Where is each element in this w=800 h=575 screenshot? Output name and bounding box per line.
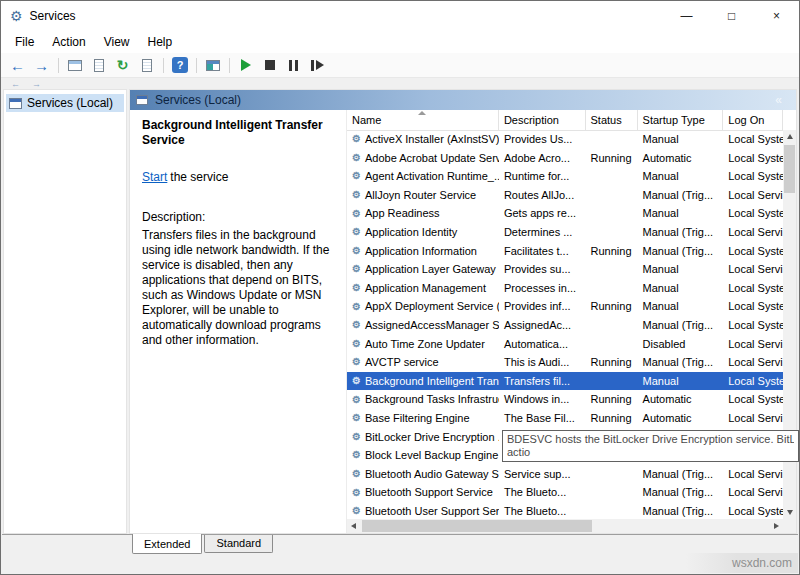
collapse-chevron-icon[interactable]: « (775, 93, 782, 107)
cell-status (586, 167, 638, 186)
table-row[interactable]: ⚙AssignedAccessManager Se...AssignedAc..… (347, 316, 783, 335)
column-header-name[interactable]: Name (347, 110, 499, 130)
cell-name: ⚙Application Information (347, 242, 499, 261)
service-gear-icon: ⚙ (352, 506, 361, 516)
vertical-scroll-thumb[interactable] (784, 145, 795, 193)
scroll-left-icon[interactable] (347, 519, 360, 533)
service-gear-icon: ⚙ (352, 469, 361, 479)
maximize-button[interactable]: □ (709, 1, 754, 31)
service-detail-title: Background Intelligent Transfer Service (142, 118, 336, 148)
service-name: Auto Time Zone Updater (365, 335, 485, 354)
tab-extended[interactable]: Extended (132, 534, 202, 554)
tooltip: BDESVC hosts the BitLocker Drive Encrypt… (502, 430, 799, 462)
cell-name: ⚙AssignedAccessManager Se... (347, 316, 499, 335)
cell-description: Windows in... (499, 390, 586, 409)
scroll-right-icon[interactable] (770, 519, 783, 533)
cell-startup-type: Manual (638, 167, 724, 186)
cell-status (586, 204, 638, 223)
column-header-startup-type[interactable]: Startup Type (638, 110, 724, 130)
cell-description: Facilitates t... (499, 242, 586, 261)
properties-icon[interactable] (87, 55, 110, 75)
table-row[interactable]: ⚙AVCTP serviceThis is Audi...RunningManu… (347, 353, 783, 372)
service-name: Block Level Backup Engine ... (365, 446, 499, 465)
cell-startup-type: Manual (Trig... (638, 502, 724, 519)
cell-log-on: Local Syste... (723, 167, 783, 186)
table-row[interactable]: ⚙Application Layer Gateway ...Provides s… (347, 260, 783, 279)
refresh-icon[interactable]: ↻ (111, 55, 134, 75)
menu-view[interactable]: View (95, 33, 139, 51)
sort-ascending-icon (418, 111, 426, 115)
help-icon[interactable]: ? (172, 57, 188, 73)
cell-log-on: Local Syste... (723, 279, 783, 298)
table-row[interactable]: ⚙Application IdentityDetermines ...Manua… (347, 223, 783, 242)
horizontal-scroll-thumb[interactable] (362, 520, 592, 532)
cell-name: ⚙AppX Deployment Service (... (347, 297, 499, 316)
table-row[interactable]: ⚙Auto Time Zone UpdaterAutomatica...Disa… (347, 335, 783, 354)
scroll-down-icon[interactable] (783, 506, 796, 519)
show-console-tree-icon[interactable] (63, 55, 86, 75)
table-row[interactable]: ⚙Bluetooth Audio Gateway S...Service sup… (347, 465, 783, 484)
back-icon[interactable]: ← (6, 55, 29, 75)
cell-description: Service sup... (499, 465, 586, 484)
table-row[interactable]: ⚙Base Filtering EngineThe Base Fil...Run… (347, 409, 783, 428)
table-row[interactable]: ⚙Background Intelligent Tran...Transfers… (347, 372, 783, 391)
column-header-log-on[interactable]: Log On (723, 110, 783, 130)
menu-help[interactable]: Help (139, 33, 182, 51)
scroll-up-icon[interactable] (783, 130, 796, 143)
table-row[interactable]: ⚙Bluetooth Support ServiceThe Blueto...M… (347, 483, 783, 502)
service-gear-icon: ⚙ (352, 395, 361, 405)
description-text: Transfers files in the background using … (142, 228, 336, 348)
band-forward-icon[interactable]: → (32, 80, 41, 89)
table-row[interactable]: ⚙Bluetooth User Support Ser...The Blueto… (347, 502, 783, 519)
column-header-label: Log On (728, 114, 764, 126)
cell-status (586, 483, 638, 502)
menu-file[interactable]: File (6, 33, 43, 51)
table-row[interactable]: ⚙ActiveX Installer (AxInstSV)Provides Us… (347, 130, 783, 149)
table-row[interactable]: ⚙Application InformationFacilitates t...… (347, 242, 783, 261)
menu-action[interactable]: Action (43, 33, 94, 51)
horizontal-scrollbar[interactable] (347, 519, 783, 533)
forward-icon[interactable]: → (30, 55, 53, 75)
cell-status (586, 130, 638, 149)
table-row[interactable]: ⚙AppX Deployment Service (...Provides in… (347, 297, 783, 316)
table-row[interactable]: ⚙Agent Activation Runtime_...Runtime for… (347, 167, 783, 186)
column-header-description[interactable]: Description (499, 110, 586, 130)
column-header-label: Name (352, 114, 381, 126)
tree-item-services-local[interactable]: Services (Local) (6, 94, 124, 112)
cell-name: ⚙ActiveX Installer (AxInstSV) (347, 130, 499, 149)
cell-description: The Blueto... (499, 502, 586, 519)
cell-description: Provides inf... (499, 297, 586, 316)
service-gear-icon: ⚙ (352, 190, 361, 200)
column-header-label: Startup Type (643, 114, 705, 126)
cell-log-on: Local Syste... (723, 502, 783, 519)
cell-name: ⚙Agent Activation Runtime_... (347, 167, 499, 186)
start-service-link[interactable]: Start (142, 170, 167, 184)
service-gear-icon: ⚙ (352, 227, 361, 237)
cell-description: Automatica... (499, 335, 586, 354)
start-service-icon[interactable] (234, 55, 257, 75)
restart-service-icon[interactable] (306, 55, 329, 75)
window-controls: — □ × (664, 1, 799, 31)
table-row[interactable]: ⚙Adobe Acrobat Update Serv...Adobe Acro.… (347, 149, 783, 168)
panel-header: Services (Local) « (130, 90, 796, 110)
table-row[interactable]: ⚙Application ManagementProcesses in...Ma… (347, 279, 783, 298)
stop-service-icon[interactable] (258, 55, 281, 75)
show-action-pane-icon[interactable] (201, 55, 224, 75)
tab-standard[interactable]: Standard (204, 535, 273, 553)
table-row[interactable]: ⚙App ReadinessGets apps re...ManualLocal… (347, 204, 783, 223)
service-name: AssignedAccessManager Se... (365, 316, 499, 335)
toolbar-separator (58, 58, 59, 73)
band-back-icon[interactable]: ← (11, 80, 20, 89)
export-list-icon[interactable] (135, 55, 158, 75)
service-gear-icon: ⚙ (352, 432, 361, 442)
table-row[interactable]: ⚙AllJoyn Router ServiceRoutes AllJo...Ma… (347, 186, 783, 205)
watermark: wsxdn.com (686, 553, 798, 573)
table-row[interactable]: ⚙Background Tasks Infrastruc...Windows i… (347, 390, 783, 409)
pause-service-icon[interactable] (282, 55, 305, 75)
column-header-status[interactable]: Status (586, 110, 638, 130)
minimize-button[interactable]: — (664, 1, 709, 31)
cell-startup-type: Manual (Trig... (638, 186, 724, 205)
view-tabs: ExtendedStandard (2, 534, 798, 554)
close-button[interactable]: × (754, 1, 799, 31)
start-service-suffix: the service (170, 170, 228, 184)
